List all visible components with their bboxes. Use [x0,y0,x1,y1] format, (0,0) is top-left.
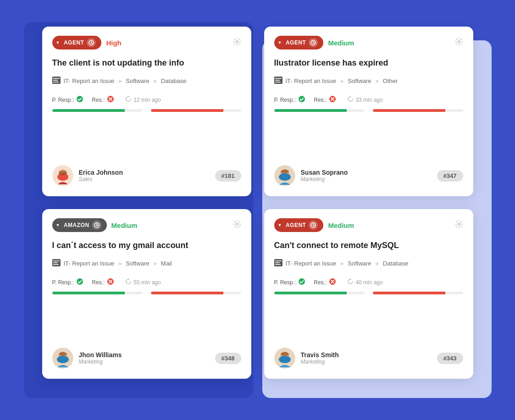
category-part-1: IT- Report an Issue [286,77,337,84]
res-item: Res.: [92,95,114,104]
p-resp-bar [274,109,365,112]
category-sep-2: » [376,260,379,267]
category-part-3: Other [383,77,398,84]
svg-rect-51 [275,262,280,263]
svg-rect-20 [275,78,282,79]
sla-section: P. Resp.: Res.: [274,95,463,122]
p-resp-label: P. Resp.: [274,279,296,286]
card-user-row: Travis Smith Marketing #343 [274,348,463,369]
agent-badge[interactable]: ▼ AGENT [52,36,102,50]
ticket-number: #348 [215,353,241,364]
agent-badge[interactable]: ▼ AGENT [274,218,324,232]
agent-badge[interactable]: ▼ AMAZON [52,218,107,232]
ticket-card: ▼ AGENT Medium [264,209,473,379]
priority-label: Medium [111,221,138,229]
user-info: Susan Soprano Marketing [274,165,348,186]
p-resp-bar-fill [274,109,365,112]
p-resp-bar [52,292,143,294]
p-resp-label: P. Resp.: [274,97,296,103]
p-resp-status-icon [298,278,305,287]
sla-row: P. Resp.: Res.: [52,278,241,287]
agent-badge[interactable]: ▼ AGENT [274,36,324,50]
svg-point-18 [458,40,460,43]
svg-point-14 [59,171,67,175]
ticket-card: ▼ AGENT High [42,27,251,196]
p-resp-bar-fill [274,292,365,294]
user-details: Jhon Williams Marketing [79,351,122,365]
sla-section: P. Resp.: Res.: [274,278,463,304]
category-part-3: Mail [161,260,172,267]
svg-rect-6 [53,80,58,81]
p-resp-label: P. Resp.: [52,279,74,286]
svg-line-17 [313,43,315,44]
p-resp-item: P. Resp.: [274,278,306,287]
card-category: IT- Report an Issue » Software » Other [274,77,463,85]
avatar [274,348,295,369]
category-sep-1: » [340,260,343,267]
svg-point-28 [279,173,291,181]
svg-point-29 [281,170,289,173]
category-icon [274,77,282,85]
badge-arrow-icon: ▼ [278,40,282,45]
card-header: ▼ AGENT Medium [274,218,463,232]
svg-line-47 [313,225,315,226]
user-dept: Marketing [301,359,339,365]
p-resp-item: P. Resp.: [52,278,84,287]
main-container: ▼ AGENT High [28,13,487,407]
badge-arrow-icon: ▼ [56,223,60,227]
refresh-icon [347,96,354,104]
res-bar [151,292,241,294]
card-title: I can´t access to my gmail account [52,240,241,251]
settings-icon[interactable] [233,38,241,48]
p-resp-status-icon [298,95,305,104]
card-header: ▼ AGENT High [52,36,241,50]
time-ago: 12 min ago [125,96,161,104]
p-resp-bar-fill [52,292,143,294]
badge-label: AMAZON [64,222,89,228]
card-category: IT- Report an Issue » Software » Databas… [52,77,241,85]
user-info: Erica Johnson Sales [52,165,123,186]
p-resp-item: P. Resp.: [52,95,84,104]
time-ago: 40 min ago [347,278,382,286]
priority-label: Medium [328,221,354,229]
category-part-1: IT- Report an Issue [286,260,337,267]
category-part-1: IT- Report an Issue [64,260,115,267]
p-resp-bar-fill [52,109,143,112]
settings-icon[interactable] [455,38,463,48]
card-user-row: Jhon Williams Marketing #348 [52,348,241,369]
priority-label: High [106,39,121,47]
svg-rect-5 [53,78,60,79]
category-icon [52,259,61,268]
svg-point-3 [236,40,238,43]
svg-point-23 [299,96,305,102]
user-info: Travis Smith Marketing [274,348,339,369]
res-label: Res.: [92,279,105,286]
badge-clock-icon [92,221,101,230]
time-ago-text: 12 min ago [133,97,161,103]
card-header-left: ▼ AGENT High [52,36,122,50]
settings-icon[interactable] [233,220,241,231]
category-part-2: Software [348,77,371,84]
card-user-row: Susan Soprano Marketing #347 [274,165,463,186]
svg-point-33 [236,223,238,225]
user-dept: Marketing [301,176,348,182]
card-header-left: ▼ AGENT Medium [274,36,354,50]
user-dept: Sales [79,176,123,182]
time-ago-text: 55 min ago [133,279,161,286]
svg-rect-37 [53,264,59,265]
user-details: Erica Johnson Sales [79,169,123,182]
time-ago: 55 min ago [125,278,161,286]
category-part-2: Software [126,260,149,267]
time-ago-text: 40 min ago [355,279,382,286]
card-user-row: Erica Johnson Sales #181 [52,165,241,186]
svg-point-38 [77,278,83,285]
svg-rect-50 [275,260,282,261]
settings-icon[interactable] [455,220,463,231]
ticket-number: #181 [215,170,241,182]
card-header: ▼ AGENT Medium [274,36,463,50]
res-label: Res.: [314,97,327,103]
svg-line-32 [97,225,98,226]
p-resp-label: P. Resp.: [52,97,74,103]
bars-row [274,292,463,294]
card-title: Ilustrator license has expired [274,58,463,68]
